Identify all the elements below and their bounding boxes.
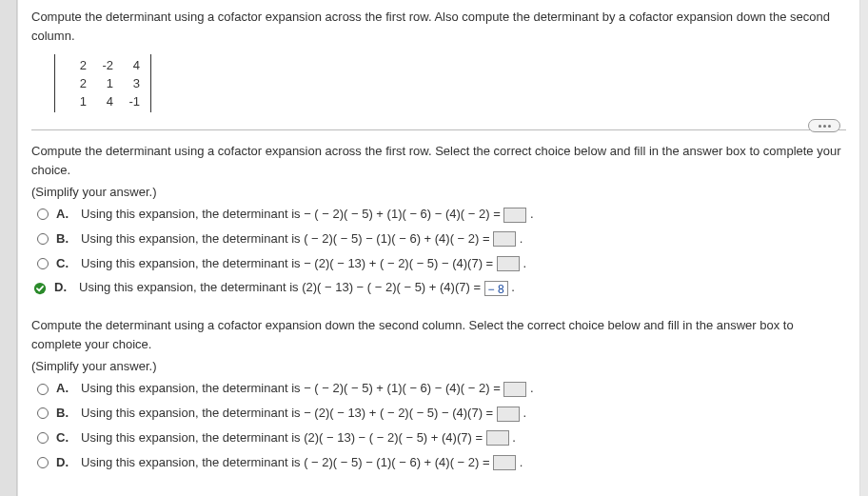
choice-text: Using this expansion, the determinant is… [79,278,515,298]
radio-icon[interactable] [37,432,49,444]
period: . [520,455,523,469]
answer-input[interactable] [493,231,516,247]
part1-choice-c[interactable]: C. Using this expansion, the determinant… [37,254,846,274]
answer-input[interactable] [493,455,516,470]
part1-simplify: (Simplify your answer.) [31,185,846,199]
choice-letter: C. [56,254,73,274]
period: . [530,381,534,395]
matrix-cell: 2 [63,74,89,92]
choice-letter: A. [56,379,73,399]
part1-choice-a[interactable]: A. Using this expansion, the determinant… [37,205,846,225]
question-prompt: Compute the determinant using a cofactor… [31,8,846,45]
answer-input[interactable] [486,430,509,446]
radio-icon[interactable] [37,407,49,419]
matrix-cell: 1 [89,74,116,92]
choice-expr: − (2)( − 13) + ( − 2)( − 5) − (4)(7) = [304,406,493,420]
check-icon [33,282,47,295]
part2-choice-c[interactable]: C. Using this expansion, the determinant… [37,428,846,448]
choice-text: Using this expansion, the determinant is… [81,453,523,473]
choice-expr: − ( − 2)( − 5) + (1)( − 6) − (4)( − 2) = [304,381,501,395]
matrix: 2 -2 4 2 1 3 1 4 -1 [54,54,151,112]
choice-text: Using this expansion, the determinant is… [81,428,516,448]
choice-letter: B. [56,404,73,424]
choice-expr: − ( − 2)( − 5) + (1)( − 6) − (4)( − 2) = [304,207,501,221]
matrix-cell: -2 [89,56,116,74]
radio-icon[interactable] [37,208,49,220]
choice-prefix: Using this expansion, the determinant is [81,455,304,469]
answer-input[interactable] [503,208,526,223]
choice-expr: (2)( − 13) − ( − 2)( − 5) + (4)(7) = [304,430,483,445]
part2-simplify: (Simplify your answer.) [31,359,846,373]
answer-input[interactable] [497,407,520,422]
choice-expr: ( − 2)( − 5) − (1)( − 6) + (4)( − 2) = [304,231,489,246]
choice-text: Using this expansion, the determinant is… [81,404,526,424]
choice-letter: B. [56,229,73,249]
radio-icon[interactable] [37,384,49,395]
question-page: Compute the determinant using a cofactor… [17,0,860,496]
answer-input[interactable] [503,382,526,397]
more-icon[interactable] [808,119,840,132]
left-gutter [0,0,17,496]
choice-text: Using this expansion, the determinant is… [81,254,526,274]
matrix-cell: 4 [89,92,116,110]
choice-prefix: Using this expansion, the determinant is [81,256,304,270]
choice-text: Using this expansion, the determinant is… [81,205,534,225]
choice-prefix: Using this expansion, the determinant is [81,381,304,395]
choice-expr: − (2)( − 13) + ( − 2)( − 5) − (4)(7) = [304,256,493,270]
matrix-cell: 1 [63,92,89,110]
period: . [512,430,516,445]
period: . [523,256,526,270]
choice-expr: ( − 2)( − 5) − (1)( − 6) + (4)( − 2) = [304,455,489,469]
choice-prefix: Using this expansion, the determinant is [79,280,302,294]
matrix-cell: 2 [63,56,89,74]
period: . [523,406,526,420]
part2-choice-a[interactable]: A. Using this expansion, the determinant… [37,379,846,399]
part1-choice-b[interactable]: B. Using this expansion, the determinant… [37,229,846,249]
part2-choice-d[interactable]: D. Using this expansion, the determinant… [37,453,846,473]
choice-letter: D. [54,278,71,298]
period: . [520,231,523,246]
choice-prefix: Using this expansion, the determinant is [81,430,304,445]
choice-prefix: Using this expansion, the determinant is [81,406,304,420]
choice-letter: A. [56,205,73,225]
radio-icon[interactable] [37,258,49,269]
part1-choice-d[interactable]: D. Using this expansion, the determinant… [37,278,846,298]
choice-letter: C. [56,428,73,448]
choice-expr: (2)( − 13) − ( − 2)( − 5) + (4)(7) = [302,280,481,294]
period: . [511,280,515,294]
separator [31,129,846,130]
matrix-cell: 4 [116,56,143,74]
choice-text: Using this expansion, the determinant is… [81,379,534,399]
radio-icon[interactable] [37,457,49,468]
choice-prefix: Using this expansion, the determinant is [81,231,304,246]
matrix-cell: 3 [116,74,143,92]
answer-input[interactable]: − 8 [484,281,508,296]
choice-prefix: Using this expansion, the determinant is [81,207,304,221]
part2-instruction: Compute the determinant using a cofactor… [31,316,846,353]
radio-icon[interactable] [37,233,49,245]
matrix-cell: -1 [116,92,143,110]
part1-instruction: Compute the determinant using a cofactor… [31,142,846,179]
part2-choice-b[interactable]: B. Using this expansion, the determinant… [37,404,846,424]
choice-letter: D. [56,453,73,473]
period: . [530,207,534,221]
choice-text: Using this expansion, the determinant is… [81,229,523,249]
answer-input[interactable] [497,256,520,271]
